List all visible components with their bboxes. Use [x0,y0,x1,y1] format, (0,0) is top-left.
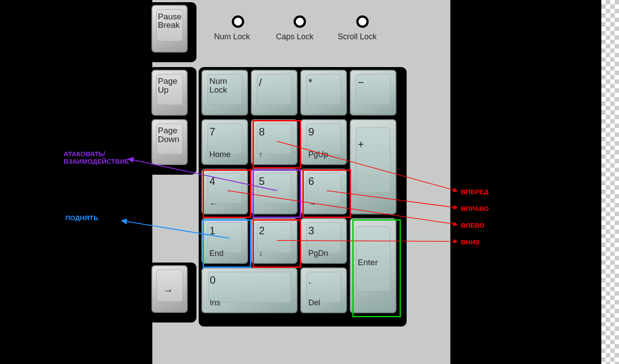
minus-label: − [358,77,364,88]
num0-sub: Ins [210,299,220,307]
num9-key[interactable]: 9PgUp [300,119,347,165]
annotation-left: ВЛЕВО [461,221,484,229]
scrolllock-led-label: Scroll Lock [338,32,377,41]
num4-sub: ← [209,200,217,208]
num7-sub: Home [209,150,230,159]
star-key[interactable]: * [300,70,347,116]
num3-key[interactable]: 3PgDn [300,218,347,264]
num9-label: 9 [308,126,314,137]
num2-key[interactable]: 2↓ [251,218,298,264]
annotation-right: ВПРАВО [461,205,489,212]
annotation-pickup: ПОДНЯТЬ [65,214,98,221]
num6-sub: → [308,200,316,208]
pagedown-label: Page Down [158,126,179,144]
enter-label: Enter [358,258,377,267]
star-label: * [308,77,312,88]
dot-sub: Del [308,299,320,307]
num1-label: 1 [209,225,215,236]
num5-key[interactable]: 5 [251,169,298,214]
enter-key[interactable]: Enter [350,218,396,313]
scrolllock-led [356,15,369,28]
right-arrow-label: → [162,285,173,296]
arrow-cluster: → [149,263,196,323]
plus-label: + [358,139,364,150]
num0-label: 0 [210,274,215,285]
pagedown-key[interactable]: Page Down [151,119,188,165]
pause-break-label: Pause Break [158,12,181,30]
num2-label: 2 [259,225,264,236]
num4-key[interactable]: 4← [201,169,248,214]
right-arrow-key[interactable]: → [151,265,188,313]
num0-key[interactable]: 0Ins [201,267,298,313]
annotation-attack: АТАКОВАТЬ/ ВЗАИМОДЕЙСТВИЕ [64,150,129,165]
capslock-led-label: Caps Lock [276,32,313,41]
num7-key[interactable]: 7Home [201,119,248,165]
num3-sub: PgDn [308,249,328,258]
num1-key[interactable]: 1End [201,218,248,264]
num8-key[interactable]: 8↑ [251,119,298,165]
num7-label: 7 [209,126,215,137]
num5-label: 5 [259,176,264,187]
capslock-led [294,15,306,28]
dot-key[interactable]: .Del [300,267,347,313]
num4-label: 4 [209,176,215,187]
num3-label: 3 [308,225,314,236]
pageup-label: Page Up [158,77,177,94]
num1-sub: End [209,249,223,258]
numlock-label: Num Lock [209,77,227,94]
num9-sub: PgUp [308,150,328,159]
pageup-key[interactable]: Page Up [151,70,188,116]
numpad-cluster: Num Lock / * − 7Home 8↑ 9PgUp + 4← 5 6→ … [199,67,407,326]
minus-key[interactable]: − [350,70,396,116]
slash-label: / [259,77,262,88]
transparency-checker [601,0,619,364]
plus-key[interactable]: + [350,119,396,214]
num6-key[interactable]: 6→ [300,169,347,214]
numlock-led [232,15,244,28]
pause-break-key[interactable]: Pause Break [151,5,188,53]
numlock-led-label: Num Lock [214,32,250,41]
num8-sub: ↑ [259,150,263,159]
num8-label: 8 [259,126,264,137]
page-cluster: Page Up Page Down [149,67,196,175]
numlock-key[interactable]: Num Lock [201,70,248,116]
annotation-forward: ВПЕРЕД [461,188,488,195]
annotation-down: ВНИЗ [461,238,479,246]
slash-key[interactable]: / [251,70,298,116]
num6-label: 6 [308,176,314,187]
num2-sub: ↓ [259,249,263,258]
dot-label: . [308,274,311,285]
pause-cluster: Pause Break [149,2,196,62]
keyboard-body: Num Lock Caps Lock Scroll Lock Pause Bre… [152,0,450,364]
